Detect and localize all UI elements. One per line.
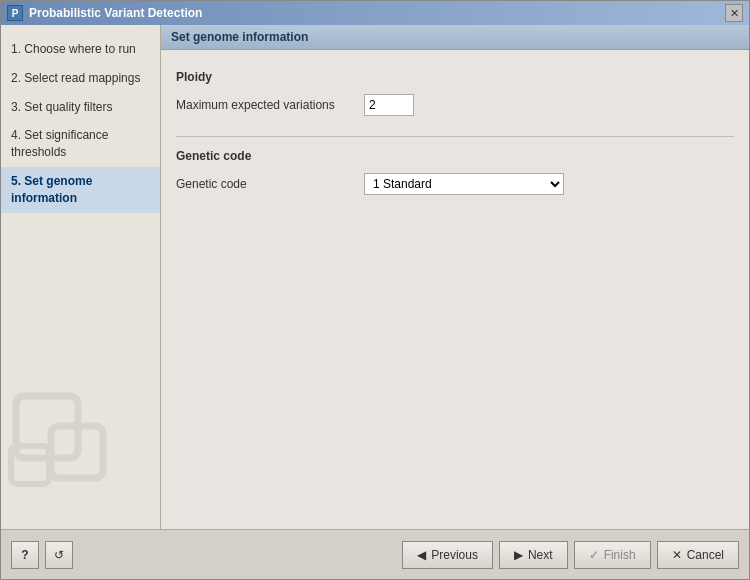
cancel-x-icon: ✕ [672,548,682,562]
previous-button[interactable]: ◀ Previous [402,541,493,569]
main-window: P Probabilistic Variant Detection ✕ 1. C… [0,0,750,580]
cancel-button[interactable]: ✕ Cancel [657,541,739,569]
content-area: 1. Choose where to run 2. Select read ma… [1,25,749,529]
genetic-code-row: Genetic code 1 Standard 2 Vertebrate Mit… [176,173,734,195]
next-arrow-icon: ▶ [514,548,523,562]
next-label: Next [528,548,553,562]
sidebar-item-choose-where[interactable]: 1. Choose where to run [1,35,160,64]
genetic-code-label: Genetic code [176,177,356,191]
finish-label: Finish [604,548,636,562]
sidebar-item-set-quality[interactable]: 3. Set quality filters [1,93,160,122]
window-title: Probabilistic Variant Detection [29,6,719,20]
previous-arrow-icon: ◀ [417,548,426,562]
watermark [1,376,160,509]
genetic-code-title: Genetic code [176,149,734,163]
finish-check-icon: ✓ [589,548,599,562]
sidebar-item-set-significance[interactable]: 4. Set significance thresholds [1,121,160,167]
section-divider-1 [176,136,734,137]
reset-button[interactable]: ↺ [45,541,73,569]
finish-button[interactable]: ✓ Finish [574,541,651,569]
footer-right: ◀ Previous ▶ Next ✓ Finish ✕ Cancel [402,541,739,569]
ploidy-section: Ploidy Maximum expected variations [176,70,734,116]
titlebar: P Probabilistic Variant Detection ✕ [1,1,749,25]
max-variations-label: Maximum expected variations [176,98,356,112]
footer: ? ↺ ◀ Previous ▶ Next ✓ Finish ✕ Cancel [1,529,749,579]
footer-left: ? ↺ [11,541,73,569]
sidebar-item-set-genome[interactable]: 5. Set genome information [1,167,160,213]
panel-body: Ploidy Maximum expected variations Genet… [161,50,749,529]
main-panel: Set genome information Ploidy Maximum ex… [161,25,749,529]
max-variations-row: Maximum expected variations [176,94,734,116]
panel-header: Set genome information [161,25,749,50]
reset-icon: ↺ [54,548,64,562]
genetic-code-select[interactable]: 1 Standard 2 Vertebrate Mitochondrial 3 … [364,173,564,195]
ploidy-title: Ploidy [176,70,734,84]
titlebar-icon: P [7,5,23,21]
genetic-code-section: Genetic code Genetic code 1 Standard 2 V… [176,149,734,195]
next-button[interactable]: ▶ Next [499,541,568,569]
close-button[interactable]: ✕ [725,4,743,22]
cancel-label: Cancel [687,548,724,562]
sidebar-item-select-read[interactable]: 2. Select read mappings [1,64,160,93]
help-button[interactable]: ? [11,541,39,569]
max-variations-input[interactable] [364,94,414,116]
sidebar: 1. Choose where to run 2. Select read ma… [1,25,161,529]
help-icon: ? [21,548,28,562]
previous-label: Previous [431,548,478,562]
